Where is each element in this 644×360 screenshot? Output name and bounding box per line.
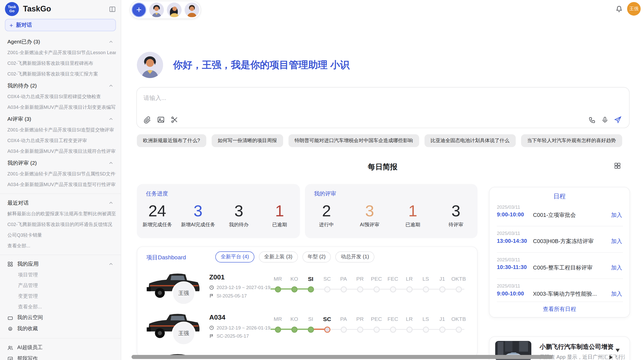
sidebar-item[interactable]: Z001-全新燃油轻卡产品开发项目SI造型提交物评审 (5, 125, 116, 135)
event-date: 2025/03/11 (497, 231, 520, 236)
sidebar-item-help-me-write[interactable]: 帮我写作 (5, 353, 116, 360)
project-code: A034 (209, 313, 225, 321)
assistant-avatar (137, 52, 163, 78)
section-my-todo[interactable]: 我的待办 (2) (5, 81, 116, 91)
milestone-dot (324, 286, 330, 292)
avatar-agent-1[interactable] (149, 3, 164, 17)
sidebar-item-favorites[interactable]: 我的收藏 (5, 323, 116, 335)
event-time: 9:00-10:00 (497, 290, 524, 296)
tab-new-body[interactable]: 全新上装 (3) (259, 251, 298, 263)
suggestion-chip[interactable]: 当下年轻人对汽车外观有怎样的喜好趋势 (521, 134, 622, 147)
join-link[interactable]: 加入 (611, 264, 622, 272)
chat-input[interactable] (140, 91, 599, 116)
microphone-icon[interactable] (601, 116, 609, 123)
recent-chat-item[interactable]: 解释最新出台的欧盟报废车法规再生塑料比例被调至15%... (5, 208, 116, 219)
sidebar-item-ai-super-staff[interactable]: AI超级员工 (5, 342, 116, 353)
chevron-up-icon[interactable] (109, 83, 113, 88)
sidebar: Task Go TaskGo + 新对话 Agent已办 (3) Z001-全新… (0, 0, 121, 360)
section-my-apps[interactable]: 我的应用 (5, 259, 116, 269)
suggestion-chip[interactable]: 比亚迪全固态电池计划具体说了什么 (425, 134, 516, 147)
tab-model-year[interactable]: 年型 (2) (302, 251, 331, 263)
suggestion-chip[interactable]: 欧洲新规最近颁布了什么? (137, 134, 206, 147)
avatar-agent-3[interactable] (184, 3, 199, 17)
new-chat-label: 新对话 (16, 21, 32, 29)
tab-powertrain-dev[interactable]: 动总开发 (1) (335, 251, 374, 263)
phone-icon[interactable] (589, 116, 596, 123)
milestone-dot (406, 286, 413, 292)
flag-icon (209, 293, 214, 298)
layout-grid-icon[interactable] (614, 162, 621, 171)
chevron-up-icon[interactable] (109, 262, 113, 266)
chevron-up-icon[interactable] (109, 39, 113, 44)
event-name: C001-立项审批会 (533, 212, 599, 219)
sidebar-item[interactable]: Z001-全新燃油皮卡产品开发项目SI节点Lesson Learn报告 (5, 47, 116, 58)
divider (497, 226, 623, 227)
notification-bell-icon[interactable] (616, 5, 622, 14)
suggestion-chip[interactable]: 特朗普可能对进口汽车增税会对中国车企造成哪些影响 (288, 134, 419, 147)
news-title: 小鹏飞行汽车制造公司增资 (539, 343, 613, 351)
sidebar-item[interactable]: C02-飞腾新能源轻客改款项目里程碑画布 (5, 58, 116, 69)
people-icon (7, 345, 13, 351)
view-all-schedule-link[interactable]: 查看所有日程 (489, 306, 630, 313)
collapse-sidebar-icon[interactable] (109, 6, 116, 12)
sidebar-item[interactable]: C0X4-动力总成开发项目SI里程碑提交物检查 (5, 91, 116, 102)
app-item-change-mgmt[interactable]: 变更管理 (5, 291, 116, 302)
project-flag-milestone: SC-2025-05-17 (209, 334, 249, 338)
chevron-up-icon[interactable] (109, 200, 113, 205)
my-review-card: 我的评审 2进行中 3AI预评审 1已逾期 3待评审 (305, 184, 478, 238)
milestone-dot-done (275, 286, 281, 292)
avatar-agent-2[interactable] (167, 3, 182, 17)
add-conversation-button[interactable]: + (131, 3, 146, 17)
attachment-icon[interactable] (143, 116, 151, 124)
sidebar-item[interactable]: C02-飞腾新能源轻客改款项目立项汇报方案 (5, 69, 116, 79)
join-link[interactable]: 加入 (611, 212, 622, 219)
section-ai-review[interactable]: AI评审 (3) (5, 114, 116, 125)
milestone-label: OKTB (446, 316, 471, 322)
clock-icon (209, 325, 214, 330)
recent-chat-item[interactable]: C02-飞腾新能源轻客改款项目的闭环通告反馈情况 (5, 219, 116, 230)
suggestion-chip[interactable]: 如何写一份清晰的项目周报 (212, 134, 283, 147)
divider (0, 193, 121, 194)
stat-overdue: 1已逾期 (391, 202, 434, 228)
recent-chat-item[interactable]: 公司Q3轻卡销量 (5, 230, 116, 240)
milestone-dot (423, 326, 429, 333)
user-avatar[interactable]: 王强 (627, 2, 641, 16)
new-chat-button[interactable]: + 新对话 (5, 19, 116, 31)
sidebar-item-cloud-space[interactable]: 我的云空间 (5, 312, 116, 323)
app-grid-icon (7, 261, 13, 267)
section-recent-chats[interactable]: 最近对话 (5, 198, 116, 208)
sidebar-header: Task Go TaskGo (0, 0, 121, 18)
milestone-dot (357, 326, 363, 333)
schedule-title: 日程 (489, 193, 630, 201)
image-icon[interactable] (157, 116, 165, 124)
join-link[interactable]: 加入 (611, 238, 622, 245)
sidebar-item[interactable]: A034-全新新能源MUV产品开发项目计划变更表编写 (5, 102, 116, 113)
scroll-right-arrow[interactable] (609, 355, 613, 359)
input-right-icons (589, 116, 622, 124)
horizontal-scrollbar-thumb[interactable] (131, 355, 553, 359)
cloud-box-icon (7, 315, 13, 321)
send-icon[interactable] (614, 116, 622, 124)
scroll-down-arrow[interactable] (616, 349, 620, 352)
app-item-project-mgmt[interactable]: 项目管理 (5, 269, 116, 280)
section-agent-done[interactable]: Agent已办 (3) (5, 37, 116, 47)
stat-new-completed-tasks: 24新增完成任务 (137, 202, 178, 228)
divider (497, 278, 623, 279)
section-my-review[interactable]: 我的评审 (2) (5, 158, 116, 168)
recent-view-all[interactable]: 查看全部... (5, 240, 116, 251)
milestone-dot-done (291, 286, 298, 292)
chevron-up-icon[interactable] (109, 161, 113, 166)
sidebar-item[interactable]: C0X4-动力总成开发项目工程变更评审 (5, 135, 116, 146)
chevron-up-icon[interactable] (109, 117, 113, 122)
stat-pending-review: 3待评审 (434, 202, 478, 228)
apps-view-all[interactable]: 查看全部... (5, 302, 116, 312)
sidebar-item[interactable]: Z001-全新燃油轻卡产品开发项目SI节点属性5D文件评审 (5, 168, 116, 179)
sidebar-item[interactable]: A034-全新新能源MUV产品开发项目法规符合性评审 (5, 146, 116, 157)
milestone-dot (439, 286, 445, 292)
app-item-product-mgmt[interactable]: 产品管理 (5, 280, 116, 291)
join-link[interactable]: 加入 (611, 290, 622, 298)
tab-new-platform[interactable]: 全新平台 (4) (215, 251, 254, 263)
scissors-icon[interactable] (171, 116, 179, 124)
flag-icon (209, 334, 214, 338)
sidebar-item[interactable]: A034-全新新能源MUV产品开发项目造型可行性评审 (5, 179, 116, 190)
